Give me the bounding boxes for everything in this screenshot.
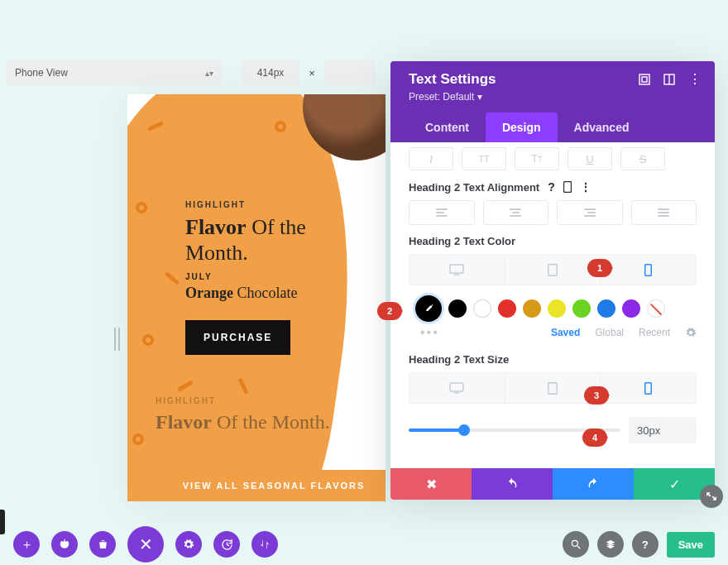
swap-button[interactable] [251,531,278,558]
heading-flavor: Flavor Of the Month. [185,214,367,266]
annotation-marker-1: 1 [587,259,612,277]
tab-design[interactable]: Design [486,113,558,142]
swatch-black[interactable] [448,299,467,318]
flavor-name: Orange Chocolate [185,285,367,302]
viewport-width-input[interactable]: 414px [242,60,299,85]
size-device-phone-button[interactable] [600,373,696,403]
text-size-value: 30px [637,424,660,437]
chevron-updown-icon: ▴▾ [205,69,213,78]
expand-icon[interactable] [639,74,650,85]
seasonal-banner-button[interactable]: VIEW ALL SEASONAL FLAVORS [162,470,386,501]
text-size-label: Heading 2 Text Size [409,353,509,366]
underline-button[interactable]: U [568,147,612,170]
purchase-button[interactable]: PURCHASE [185,320,290,355]
phone-icon[interactable] [563,181,572,193]
help-button[interactable]: ? [632,531,659,558]
swatch-blue[interactable] [597,299,615,318]
viewport-height-input[interactable] [324,60,376,85]
color-picker-eyedropper[interactable] [415,295,442,322]
swatch-red[interactable] [498,299,516,318]
tab-advanced[interactable]: Advanced [558,113,646,142]
tab-content[interactable]: Content [409,113,486,142]
svg-rect-11 [548,382,558,394]
swatch-amber[interactable] [523,299,541,318]
gear-icon[interactable] [685,327,697,338]
discard-button[interactable]: ✖ [390,468,472,500]
uppercase-button[interactable]: TT [462,147,506,170]
svg-rect-1 [642,77,647,82]
strikethrough-button[interactable]: S [620,147,665,170]
layers-button[interactable] [597,531,624,558]
columns-icon[interactable] [663,74,675,85]
help-icon[interactable]: ? [548,180,555,194]
month-label: JULY [185,272,367,281]
swatch-none[interactable] [647,299,665,318]
undo-button[interactable] [472,468,553,500]
power-button[interactable] [51,531,78,558]
options-kebab-icon[interactable]: ⋮ [580,180,592,194]
device-tablet-button[interactable] [505,255,601,285]
italic-button[interactable]: I [409,147,453,170]
align-left-button[interactable] [409,200,475,225]
align-right-button[interactable] [557,200,623,225]
color-tab-recent[interactable]: Recent [639,327,670,338]
size-device-desktop-button[interactable] [410,373,505,403]
heading-flavor-2: Flavor Of the Month. [156,410,379,434]
builder-bottom-bar: ＋ ✕ ? Save [0,524,728,565]
slider-thumb[interactable] [458,424,470,436]
swatch-white[interactable] [473,299,491,318]
device-desktop-button[interactable] [410,255,505,285]
smallcaps-button[interactable]: TT [515,147,559,170]
annotation-marker-3: 3 [584,386,609,405]
svg-rect-9 [450,383,463,391]
dimension-separator: × [306,67,318,79]
swatch-green[interactable] [572,299,591,318]
svg-point-13 [572,540,577,546]
history-button[interactable] [213,531,240,558]
annotation-marker-2: 2 [377,302,402,320]
svg-rect-8 [645,264,652,275]
color-device-row [409,254,697,285]
svg-rect-5 [450,265,463,273]
eyebrow-text: HIGHLIGHT [185,200,367,209]
resize-handle[interactable] [111,328,122,351]
search-button[interactable] [563,531,589,558]
responsive-view-select[interactable]: Phone View ▴▾ [7,60,222,85]
add-button[interactable]: ＋ [13,531,40,558]
gear-button[interactable] [175,531,202,558]
responsive-view-label: Phone View [15,67,68,79]
svg-rect-7 [548,264,558,275]
trash-button[interactable] [89,531,116,558]
svg-line-14 [577,546,580,549]
eyebrow-text-2: HIGHLIGHT [156,396,379,405]
svg-rect-4 [563,182,571,193]
close-builder-button[interactable]: ✕ [127,526,164,563]
alignment-label: Heading 2 Text Alignment [409,181,539,194]
color-tab-saved[interactable]: Saved [551,327,580,338]
swatch-purple[interactable] [622,299,640,318]
viewport-width-value: 414px [257,67,285,79]
size-device-row [409,372,697,404]
panel-title: Text Settings [409,71,496,88]
preset-dropdown[interactable]: Preset: Default ▾ [409,91,702,103]
svg-rect-0 [639,74,649,84]
annotation-marker-4: 4 [582,429,607,447]
align-center-button[interactable] [483,200,549,225]
phone-preview[interactable]: HIGHLIGHT Flavor Of the Month. JULY Oran… [127,94,386,501]
kebab-menu-icon[interactable]: ⋮ [688,73,702,86]
color-tab-global[interactable]: Global [595,327,624,338]
text-size-input[interactable]: 30px [629,417,697,443]
swatch-yellow[interactable] [548,299,566,318]
save-button[interactable]: Save [667,532,715,558]
expand-handle-icon[interactable] [700,485,723,508]
svg-rect-12 [645,382,652,394]
redo-button[interactable] [553,468,634,500]
text-color-label: Heading 2 Text Color [409,235,515,247]
align-justify-button[interactable] [631,200,697,225]
text-settings-panel: Text Settings ⋮ Preset: Default ▾ Conten… [390,61,715,500]
